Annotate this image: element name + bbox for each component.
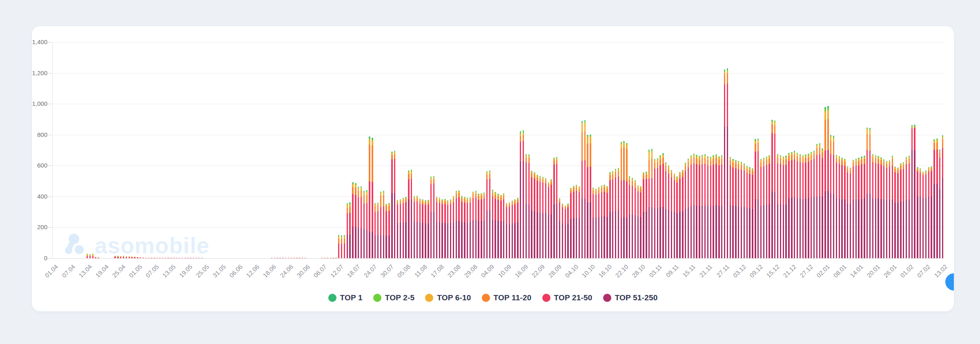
bar-stack[interactable]	[117, 256, 118, 258]
bar-stack[interactable]	[844, 159, 845, 258]
bar-stack[interactable]	[802, 155, 804, 258]
bar-stack[interactable]	[296, 258, 297, 258]
bar-stack[interactable]	[151, 258, 152, 258]
bar-stack[interactable]	[900, 163, 901, 258]
bar-stack[interactable]	[394, 151, 395, 258]
bar-stack[interactable]	[294, 258, 295, 258]
bar-stack[interactable]	[839, 156, 840, 258]
bar-stack[interactable]	[659, 155, 661, 258]
bar-stack[interactable]	[461, 196, 462, 258]
bar-stack[interactable]	[800, 154, 801, 258]
bar-stack[interactable]	[721, 155, 722, 258]
bar-stack[interactable]	[383, 191, 384, 258]
bar-stack[interactable]	[724, 69, 725, 258]
bar-stack[interactable]	[813, 151, 815, 258]
bar-stack[interactable]	[922, 172, 924, 258]
bar-stack[interactable]	[841, 158, 842, 258]
bar-stack[interactable]	[422, 199, 423, 258]
bar-stack[interactable]	[746, 166, 748, 258]
bar-stack[interactable]	[783, 156, 784, 258]
bar-stack[interactable]	[914, 125, 915, 258]
bar-stack[interactable]	[635, 180, 636, 258]
bar-stack[interactable]	[685, 163, 686, 258]
bar-stack[interactable]	[120, 256, 121, 258]
bar-stack[interactable]	[419, 199, 421, 258]
bar-stack[interactable]	[618, 168, 619, 258]
legend-item[interactable]: TOP 51-250	[603, 293, 658, 302]
bar-stack[interactable]	[693, 154, 695, 258]
bar-stack[interactable]	[880, 157, 882, 258]
bar-stack[interactable]	[534, 172, 535, 258]
bar-stack[interactable]	[447, 200, 448, 258]
bar-stack[interactable]	[894, 167, 895, 258]
bar-stack[interactable]	[768, 155, 770, 258]
bar-stack[interactable]	[623, 141, 624, 258]
bar-stack[interactable]	[933, 139, 935, 258]
bar-stack[interactable]	[129, 256, 130, 258]
bar-stack[interactable]	[581, 121, 583, 258]
bar-stack[interactable]	[696, 155, 697, 258]
bar-stack[interactable]	[732, 159, 733, 258]
bar-stack[interactable]	[327, 258, 328, 258]
bar-stack[interactable]	[592, 188, 594, 258]
bar-stack[interactable]	[89, 254, 91, 258]
bar-stack[interactable]	[416, 196, 418, 258]
bar-stack[interactable]	[299, 258, 300, 258]
bar-stack[interactable]	[526, 154, 527, 258]
bar-stack[interactable]	[403, 198, 404, 258]
bar-stack[interactable]	[193, 258, 194, 258]
bar-stack[interactable]	[936, 138, 938, 258]
bar-stack[interactable]	[883, 159, 884, 258]
bar-stack[interactable]	[198, 258, 200, 258]
bar-stack[interactable]	[920, 168, 921, 258]
bar-stack[interactable]	[514, 199, 515, 258]
bar-stack[interactable]	[797, 153, 798, 258]
bar-stack[interactable]	[472, 192, 474, 258]
bar-stack[interactable]	[567, 203, 568, 258]
bar-stack[interactable]	[668, 165, 669, 258]
bar-stack[interactable]	[646, 172, 647, 258]
bar-stack[interactable]	[428, 200, 429, 258]
bar-stack[interactable]	[545, 178, 546, 258]
bar-stack[interactable]	[302, 258, 303, 258]
bar-stack[interactable]	[341, 235, 342, 258]
bar-stack[interactable]	[855, 159, 857, 258]
bar-stack[interactable]	[154, 258, 155, 258]
bar-stack[interactable]	[288, 258, 289, 258]
bar-stack[interactable]	[179, 258, 180, 258]
bar-stack[interactable]	[850, 168, 851, 258]
bar-stack[interactable]	[483, 192, 485, 258]
bar-stack[interactable]	[707, 156, 708, 258]
bar-stack[interactable]	[928, 167, 929, 258]
bar-stack[interactable]	[785, 156, 786, 258]
bar-stack[interactable]	[878, 156, 879, 258]
bar-stack[interactable]	[380, 192, 381, 258]
legend-item[interactable]: TOP 6-10	[425, 293, 471, 302]
bar-stack[interactable]	[730, 157, 731, 258]
bar-stack[interactable]	[87, 254, 88, 258]
bar-stack[interactable]	[741, 162, 742, 258]
bar-stack[interactable]	[584, 120, 586, 258]
legend-item[interactable]: TOP 21-50	[542, 293, 592, 302]
bar-stack[interactable]	[148, 258, 149, 259]
bar-stack[interactable]	[744, 163, 745, 258]
bar-stack[interactable]	[573, 186, 574, 258]
bar-stack[interactable]	[414, 196, 415, 258]
bar-stack[interactable]	[805, 154, 806, 258]
bar-stack[interactable]	[774, 121, 775, 258]
bar-stack[interactable]	[595, 189, 597, 258]
bar-stack[interactable]	[816, 144, 817, 258]
bar-stack[interactable]	[528, 154, 530, 258]
bar-stack[interactable]	[766, 156, 767, 258]
bar-stack[interactable]	[662, 153, 664, 258]
bar-stack[interactable]	[917, 167, 918, 258]
bar-stack[interactable]	[710, 157, 711, 258]
bar-stack[interactable]	[291, 258, 292, 258]
bar-stack[interactable]	[606, 186, 608, 258]
bar-stack[interactable]	[539, 176, 541, 258]
bar-stack[interactable]	[324, 258, 325, 258]
bar-stack[interactable]	[332, 258, 334, 259]
bar-stack[interactable]	[92, 254, 94, 258]
bar-stack[interactable]	[512, 201, 513, 258]
bar-stack[interactable]	[509, 202, 510, 258]
